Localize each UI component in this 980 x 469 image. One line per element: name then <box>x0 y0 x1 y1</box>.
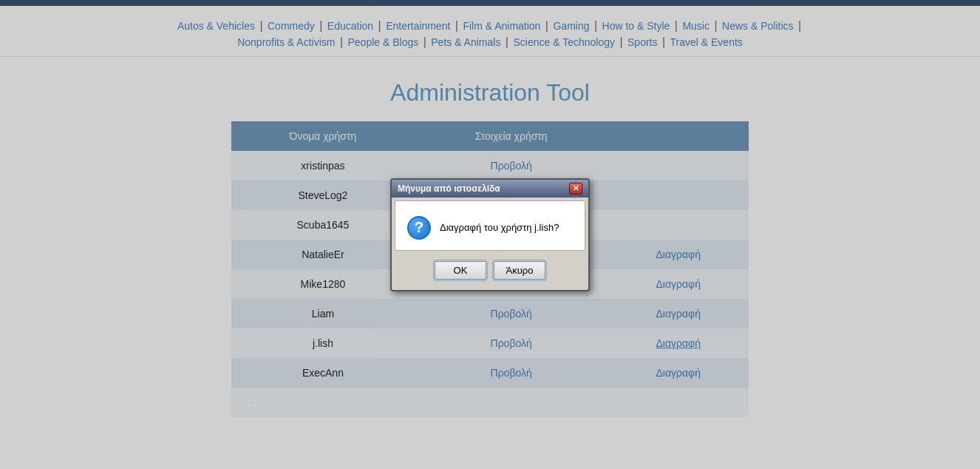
modal-cancel-button[interactable]: Άκυρο <box>494 261 545 280</box>
modal-body: ? Διαγραφή του χρήστη j.lish? <box>395 200 585 251</box>
modal-title: Μήνυμα από ιστοσελίδα <box>398 183 500 194</box>
modal-close-button[interactable]: ✕ <box>569 183 582 195</box>
modal-window: Μήνυμα από ιστοσελίδα ✕ ? Διαγραφή του χ… <box>390 178 590 291</box>
modal-titlebar: Μήνυμα από ιστοσελίδα ✕ <box>392 180 588 198</box>
modal-ok-button[interactable]: OK <box>435 261 486 280</box>
modal-message: Διαγραφή του χρήστη j.lish? <box>440 222 559 233</box>
modal-buttons: OK Άκυρο <box>392 254 588 290</box>
modal-overlay: Μήνυμα από ιστοσελίδα ✕ ? Διαγραφή του χ… <box>0 0 980 469</box>
question-icon: ? <box>407 216 431 240</box>
